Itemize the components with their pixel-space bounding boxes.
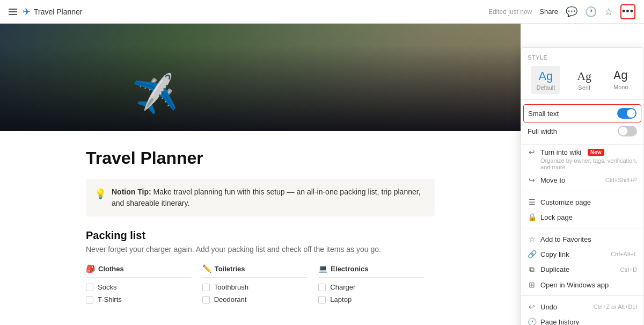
checkbox[interactable] <box>202 284 210 291</box>
small-text-row: Small text <box>523 104 641 122</box>
page-history-label: Page history <box>540 318 579 326</box>
new-badge: New <box>588 149 604 156</box>
list-item: Socks <box>86 283 192 291</box>
wiki-icon: ↩ <box>528 148 536 156</box>
nav-right: Edited just now Share 💬 🕐 ☆ ••• <box>488 4 635 19</box>
clothes-icon: 🎒 <box>86 264 95 273</box>
separator <box>521 228 643 228</box>
add-favorites-item[interactable]: ☆ Add to Favorites <box>521 232 643 247</box>
duplicate-item[interactable]: ⧉ Duplicate Ctrl+D <box>521 262 643 277</box>
item-label: Deodorant <box>214 295 247 304</box>
move-to-label: Move to <box>540 176 565 184</box>
tip-bulb-icon: 💡 <box>94 187 106 201</box>
menu-item-left: 🔗 Copy link <box>528 250 569 258</box>
menu-item-left: ↩ Turn into wiki New <box>528 148 604 156</box>
small-text-toggle[interactable] <box>617 108 636 119</box>
font-ag-serif: Ag <box>577 69 591 83</box>
nav-logo: ✈ Travel Planner <box>23 6 83 18</box>
checkbox[interactable] <box>86 284 93 291</box>
checkbox[interactable] <box>318 284 326 291</box>
list-item: Toothbrush <box>202 283 308 291</box>
move-shortcut: Ctrl+Shift+P <box>605 177 637 183</box>
page-history-item[interactable]: 🕐 Page history <box>521 314 643 325</box>
undo-icon: ↩ <box>528 302 536 311</box>
electronics-label: Electronics <box>331 265 368 273</box>
checkbox[interactable] <box>202 296 210 304</box>
menu-item-left: 🔒 Lock page <box>528 213 573 221</box>
share-button[interactable]: Share <box>539 8 558 16</box>
link-icon: 🔗 <box>528 250 536 258</box>
lock-page-item[interactable]: 🔒 Lock page <box>521 210 643 225</box>
section-title: Packing list <box>86 229 435 242</box>
tip-text: Make travel planning fun with this setup… <box>112 187 421 207</box>
electronics-column: 💻 Electronics Charger Laptop <box>318 264 435 308</box>
wiki-label: Turn into wiki <box>540 148 581 156</box>
page-title: Travel Planner <box>86 148 435 168</box>
checkbox[interactable] <box>86 296 93 304</box>
toiletries-header: ✏️ Toiletries <box>202 264 308 278</box>
customize-page-item[interactable]: ☰ Customize page <box>521 194 643 210</box>
toiletries-column: ✏️ Toiletries Toothbrush Deodorant <box>202 264 319 308</box>
item-label: Charger <box>330 283 355 291</box>
move-to-item[interactable]: ↪ Move to Ctrl+Shift+P <box>521 172 643 187</box>
font-options: Ag Default Ag Serif Ag Mono <box>528 66 637 94</box>
toiletries-icon: ✏️ <box>202 264 211 273</box>
page-title-nav: Travel Planner <box>34 8 83 16</box>
style-label: Style <box>528 54 637 61</box>
item-label: Toothbrush <box>214 283 248 291</box>
font-default[interactable]: Ag Default <box>531 66 560 94</box>
list-item: T-Shirts <box>86 295 192 304</box>
electronics-header: 💻 Electronics <box>318 264 424 278</box>
small-text-label: Small text <box>528 110 559 118</box>
font-serif-label: Serif <box>578 84 590 91</box>
separator <box>521 191 643 191</box>
font-mono[interactable]: Ag Mono <box>608 66 634 94</box>
font-serif[interactable]: Ag Serif <box>572 66 597 94</box>
columns: 🎒 Clothes Socks T-Shirts ✏️ <box>86 264 435 308</box>
undo-item[interactable]: ↩ Undo Ctrl+Z or Alt+Del <box>521 299 643 314</box>
hero-image: ✈️ <box>0 24 521 131</box>
menu-item-left: ☰ Customize page <box>528 198 591 206</box>
history-icon[interactable]: 🕐 <box>585 6 597 18</box>
undo-label: Undo <box>540 303 557 311</box>
toggle-knob <box>619 127 627 135</box>
menu-item-left: 🕐 Page history <box>528 317 579 325</box>
favorites-label: Add to Favorites <box>540 235 591 243</box>
toggle-knob <box>627 109 635 118</box>
full-width-row: Full width <box>528 122 637 140</box>
copy-shortcut: Ctrl+Alt+L <box>611 251 637 257</box>
toiletries-label: Toiletries <box>215 265 245 273</box>
history-icon: 🕐 <box>528 317 536 325</box>
menu-icon[interactable] <box>9 9 17 15</box>
section-subtitle: Never forget your charger again. Add you… <box>86 245 435 254</box>
main-content: Travel Planner 💡 Notion Tip: Make travel… <box>0 131 521 308</box>
comment-icon[interactable]: 💬 <box>566 6 577 18</box>
open-windows-item[interactable]: ⊞ Open in Windows app <box>521 277 643 292</box>
lock-page-label: Lock page <box>540 213 573 221</box>
star-icon: ☆ <box>528 235 536 243</box>
full-width-toggle[interactable] <box>618 126 637 136</box>
hero-overlay <box>0 24 521 131</box>
clothes-column: 🎒 Clothes Socks T-Shirts <box>86 264 202 308</box>
font-default-label: Default <box>536 84 555 91</box>
copy-link-item[interactable]: 🔗 Copy link Ctrl+Alt+L <box>521 247 643 262</box>
separator <box>521 295 643 296</box>
duplicate-icon: ⧉ <box>528 265 536 274</box>
clothes-label: Clothes <box>98 265 124 273</box>
duplicate-label: Duplicate <box>540 265 569 273</box>
clothes-header: 🎒 Clothes <box>86 264 192 278</box>
star-icon[interactable]: ☆ <box>604 6 613 18</box>
checkbox[interactable] <box>318 296 326 304</box>
move-icon: ↪ <box>528 176 536 184</box>
notion-tip: 💡 Notion Tip: Make travel planning fun w… <box>86 179 435 216</box>
edited-status: Edited just now <box>488 8 532 16</box>
duplicate-shortcut: Ctrl+D <box>620 266 637 273</box>
more-options-button[interactable]: ••• <box>620 4 635 19</box>
full-width-label: Full width <box>528 127 557 135</box>
menu-item-left: ⊞ Open in Windows app <box>528 280 609 289</box>
ellipsis-icon: ••• <box>622 6 634 17</box>
windows-icon: ⊞ <box>528 280 536 289</box>
tip-label: Notion Tip: <box>112 187 151 196</box>
font-ag-mono: Ag <box>614 69 628 83</box>
list-item: Laptop <box>318 295 424 304</box>
